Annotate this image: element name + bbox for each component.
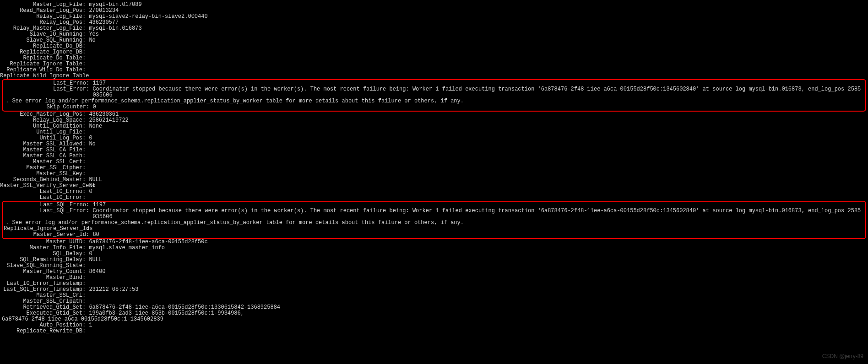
status-row-master-bind: Master_Bind: — [0, 275, 868, 281]
status-row-slave-io-running: Slave_IO_Running: Yes — [0, 32, 868, 37]
error-wrap-line: . See error log and/or performance_schem… — [4, 98, 864, 104]
status-row-replicate-ignore-db: Replicate_Ignore_DB: — [0, 49, 868, 55]
field-value — [89, 165, 868, 171]
status-row-master-server-id: Master_Server_Id: 80 — [4, 232, 864, 238]
field-value: mysql-bin.016873 — [89, 26, 868, 32]
field-value: mysql-bin.017089 — [89, 2, 868, 8]
separator: : — [86, 104, 92, 110]
field-key: Replicate_Rewrite_DB — [0, 328, 82, 334]
field-value: No — [89, 141, 868, 147]
mysql-slave-status-output: Master_Log_File: mysql-bin.017089Read_Ma… — [0, 2, 868, 334]
field-value: None — [89, 123, 868, 129]
status-row-relay-master-log-file: Relay_Master_Log_File: mysql-bin.016873 — [0, 26, 868, 32]
status-row-until-condition: Until_Condition: None — [0, 123, 868, 129]
field-value — [89, 55, 868, 61]
field-key: Skip_Counter — [4, 104, 86, 110]
status-row-skip-counter: Skip_Counter: 0 — [4, 104, 864, 110]
status-row-master-ssl-allowed: Master_SSL_Allowed: No — [0, 141, 868, 147]
error-wrap-line: . See error log and/or performance_schem… — [4, 220, 864, 226]
field-value: 0 — [89, 189, 868, 195]
field-value: 436230577 — [89, 20, 868, 26]
status-row-master-ssl-cipher: Master_SSL_Cipher: — [0, 165, 868, 171]
field-value: Coordinator stopped because there were e… — [92, 86, 864, 98]
separator: : — [86, 208, 92, 220]
status-row-last-sql-error-timestamp: Last_SQL_Error_Timestamp: 231212 08:27:5… — [0, 287, 868, 293]
separator: : — [86, 232, 92, 238]
field-value: 1 — [89, 322, 868, 328]
status-row-replicate-wild-ignore-table: Replicate_Wild_Ignore_Table: — [0, 73, 868, 79]
field-value: mysql.slave_master_info — [89, 245, 868, 251]
status-row-replicate-wild-do-table: Replicate_Wild_Do_Table: — [0, 67, 868, 73]
field-value — [89, 171, 868, 177]
status-row-slave-sql-running-state: Slave_SQL_Running_State: — [0, 263, 868, 269]
separator: : — [82, 195, 89, 201]
field-value: No — [89, 183, 868, 189]
status-row-replicate-ignore-table: Replicate_Ignore_Table: — [0, 61, 868, 67]
status-row-relay-log-file: Relay_Log_File: mysql-slave2-relay-bin-s… — [0, 14, 868, 20]
field-value: mysql-slave2-relay-bin-slave2.000440 — [89, 14, 868, 20]
status-row-exec-master-log-pos: Exec_Master_Log_Pos: 436230361 — [0, 112, 868, 118]
separator: : — [82, 73, 89, 79]
field-value — [89, 73, 868, 79]
separator: : — [82, 328, 89, 334]
field-value: NULL — [89, 177, 868, 183]
status-row-replicate-do-table: Replicate_Do_Table: — [0, 55, 868, 61]
status-row-seconds-behind-master: Seconds_Behind_Master: NULL — [0, 177, 868, 183]
status-row-master-ssl-ca-path: Master_SSL_CA_Path: — [0, 153, 868, 159]
csdn-watermark: CSDN @jerry-89 — [822, 353, 863, 359]
status-row-master-ssl-verify-server-cert: Master_SSL_Verify_Server_Cert: No — [0, 183, 868, 189]
status-row-replicate-rewrite-db: Replicate_Rewrite_DB: — [0, 328, 868, 334]
status-row-slave-sql-running: Slave_SQL_Running: No — [0, 37, 868, 43]
status-row-last-io-error: Last_IO_Error: — [0, 195, 868, 201]
field-value: 231212 08:27:53 — [89, 287, 868, 293]
field-value: 80 — [92, 232, 864, 238]
field-key: Master_Server_Id — [4, 232, 86, 238]
field-value: 6a878476-2f48-11ee-a6ca-00155d28f50c — [89, 239, 868, 245]
status-row-master-log-file: Master_Log_File: mysql-bin.017089 — [0, 2, 868, 8]
status-row-master-ssl-key: Master_SSL_Key: — [0, 171, 868, 177]
status-row-last-error: Last_Error: Coordinator stopped because … — [4, 86, 864, 98]
separator: : — [86, 86, 92, 98]
field-key: Last_IO_Error — [0, 195, 82, 201]
field-value: 436230361 — [89, 112, 868, 118]
status-row-master-ssl-crl: Master_SSL_Crl: — [0, 293, 868, 299]
status-row-last-io-errno: Last_IO_Errno: 0 — [0, 189, 868, 195]
status-row-auto-position: Auto_Position: 1 — [0, 322, 868, 328]
field-value — [89, 147, 868, 153]
error-highlight-box-1: Last_Errno: 1197Last_Error: Coordinator … — [2, 79, 866, 112]
status-row-until-log-pos: Until_Log_Pos: 0 — [0, 135, 868, 141]
gtid-wrap-line: 6a878476-2f48-11ee-a6ca-00155d28f50c:1-1… — [0, 316, 868, 322]
field-value — [89, 275, 868, 281]
field-value: No — [89, 37, 868, 43]
status-row-replicate-ignore-server-ids: Replicate_Ignore_Server_Ids: — [4, 226, 864, 232]
field-value: 0 — [92, 104, 864, 110]
field-value — [89, 49, 868, 55]
field-value — [89, 263, 868, 269]
field-value: 199a0fb3-2ad3-11ee-853b-00155d28f50c:1-9… — [89, 310, 868, 316]
field-value: 0 — [89, 251, 868, 257]
field-value: NULL — [89, 257, 868, 263]
field-value — [89, 43, 868, 49]
status-row-master-ssl-cert: Master_SSL_Cert: — [0, 159, 868, 165]
status-row-last-sql-error: Last_SQL_Error: Coordinator stopped beca… — [4, 208, 864, 220]
status-row-relay-log-space: Relay_Log_Space: 258621419722 — [0, 118, 868, 123]
status-row-sql-delay: SQL_Delay: 0 — [0, 251, 868, 257]
field-value — [89, 328, 868, 334]
field-value — [89, 61, 868, 67]
field-value — [89, 293, 868, 299]
field-value: 0 — [89, 135, 868, 141]
status-row-sql-remaining-delay: SQL_Remaining_Delay: NULL — [0, 257, 868, 263]
field-value: 86400 — [89, 269, 868, 275]
status-row-master-retry-count: Master_Retry_Count: 86400 — [0, 269, 868, 275]
field-key: Last_Error — [4, 86, 86, 98]
status-row-replicate-do-db: Replicate_Do_DB: — [0, 43, 868, 49]
field-value — [89, 159, 868, 165]
status-row-master-ssl-ca-file: Master_SSL_CA_File: — [0, 147, 868, 153]
field-value — [92, 226, 864, 232]
field-value — [89, 153, 868, 159]
status-row-until-log-file: Until_Log_File: — [0, 129, 868, 135]
field-key: Last_SQL_Error — [4, 208, 86, 220]
field-value — [89, 281, 868, 287]
field-key: Replicate_Wild_Ignore_Table — [0, 73, 82, 79]
field-value — [89, 67, 868, 73]
